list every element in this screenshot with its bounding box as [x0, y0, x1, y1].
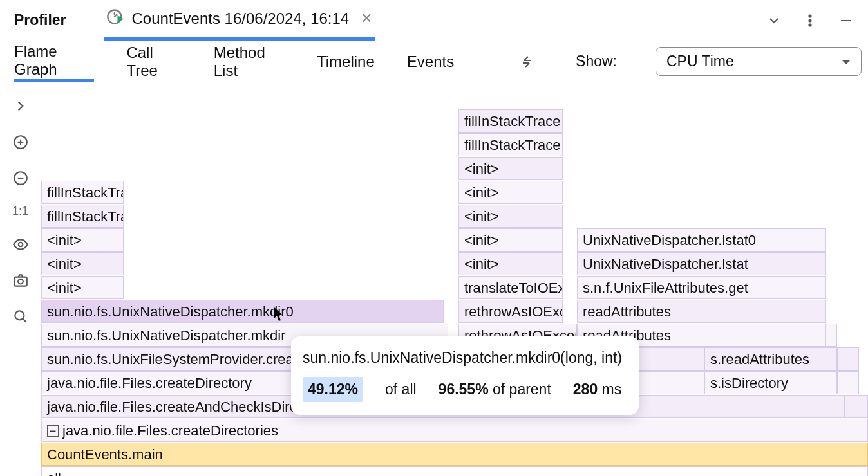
flame-frame[interactable]: translateToIOException [458, 276, 563, 299]
zoom-in-icon[interactable] [11, 133, 30, 152]
flame-frame-label: fillInStackTrace [464, 137, 561, 153]
flame-frame-label: s.n.f.UnixFileAttributes.get [583, 280, 748, 296]
flame-frame-label: s.isDirectory [710, 375, 788, 391]
svg-point-12 [18, 279, 23, 284]
flame-frame[interactable]: <init> [458, 205, 563, 228]
flame-frame-label: CountEvents.main [47, 446, 163, 462]
svg-line-14 [23, 318, 26, 322]
flame-frame-label: fillInStackTrace [464, 113, 561, 129]
show-select-value: CPU Time [666, 53, 734, 69]
tab-timeline[interactable]: Timeline [317, 41, 375, 82]
flame-frame[interactable]: <init> [41, 276, 124, 299]
tab-label: Flame Graph [14, 42, 94, 78]
flame-frame-label: <init> [47, 256, 82, 272]
flame-frame[interactable]: CountEvents.main [41, 443, 868, 466]
session-tab[interactable]: CountEvents 16/06/2024, 16:14 ✕ [104, 0, 375, 41]
flame-frame-label: <init> [464, 256, 499, 272]
flame-frame[interactable]: s.readAttributes [704, 347, 837, 371]
flame-frame-label: UnixNativeDispatcher.lstat0 [583, 232, 756, 248]
tab-label: Events [407, 53, 454, 71]
flame-frame-label: UnixNativeDispatcher.lstat [583, 256, 748, 272]
tab-flame-graph[interactable]: Flame Graph [14, 41, 94, 82]
flame-frame[interactable] [844, 395, 868, 418]
flame-frame-label: <init> [464, 161, 499, 177]
flame-frame-label: java.nio.file.Files.createDirectory [47, 375, 252, 391]
svg-point-2 [809, 19, 811, 21]
flame-frame[interactable]: fillInStackTrace [458, 109, 563, 133]
collapse-icon[interactable]: − [47, 425, 59, 437]
close-icon[interactable]: ✕ [361, 10, 372, 27]
flame-graph-area[interactable]: sun.nio.fs.UnixNativeDispatcher.mkdir0(l… [41, 82, 868, 476]
panel-title: Profiler [14, 12, 66, 29]
flame-frame-label: sun.nio.fs.UnixNativeDispatcher.mkdir0 [47, 304, 294, 320]
session-tab-label: CountEvents 16/06/2024, 16:14 [132, 10, 350, 28]
tab-label: Call Tree [126, 44, 181, 80]
cursor-icon [273, 307, 285, 322]
flame-frame[interactable]: fillInStackTrace [41, 181, 124, 204]
flame-frame-label: sun.nio.fs.UnixNativeDispatcher.mkdir [47, 327, 285, 343]
minimize-icon[interactable] [837, 12, 855, 30]
tooltip-time: 280 ms [573, 381, 621, 398]
tooltip-pct-parent: 96.55% of parent [439, 381, 551, 398]
flame-frame-label: <init> [464, 185, 499, 201]
flame-frame[interactable]: sun.nio.fs.UnixNativeDispatcher.mkdir0 [41, 300, 444, 323]
swap-icon[interactable] [518, 53, 534, 71]
flame-frame[interactable]: <init> [41, 252, 124, 275]
show-label: Show: [576, 53, 617, 70]
flame-frame-label: fillInStackTrace [47, 208, 124, 224]
flame-frame-label: readAttributes [583, 304, 671, 320]
tab-call-tree[interactable]: Call Tree [126, 41, 181, 82]
flame-frame-label: java.nio.file.Files.createAndCheckIsDire… [47, 399, 328, 415]
flame-frame-label: translateToIOException [464, 280, 563, 296]
flame-frame[interactable]: <init> [458, 228, 563, 252]
chevron-down-icon[interactable] [765, 12, 783, 30]
tooltip-title: sun.nio.fs.UnixNativeDispatcher.mkdir0(l… [303, 349, 622, 367]
chevron-right-icon[interactable] [11, 96, 30, 116]
tooltip-pct-all: 49.12% [303, 377, 363, 402]
more-vertical-icon[interactable] [801, 12, 819, 30]
flame-frame[interactable]: <init> [458, 157, 563, 180]
flame-frame[interactable]: UnixNativeDispatcher.lstat0 [577, 228, 826, 252]
flame-frame-label: rethrowAsIOException [464, 304, 563, 320]
flame-frame-label: <init> [464, 232, 499, 248]
camera-icon[interactable] [11, 271, 30, 290]
flame-frame-label: all [47, 470, 61, 476]
flame-frame-label: <init> [464, 208, 499, 224]
flame-frame-label: <init> [47, 280, 82, 296]
tab-label: Method List [214, 44, 285, 80]
zoom-reset-button[interactable]: 1:1 [12, 205, 28, 218]
flame-frame[interactable]: all [41, 466, 868, 476]
flame-frame[interactable]: s.n.f.UnixFileAttributes.get [577, 276, 826, 299]
flame-frame-label: java.nio.file.Files.createDirectories [62, 423, 278, 439]
flame-frame[interactable] [826, 324, 837, 347]
flame-frame[interactable] [837, 371, 859, 394]
flame-frame[interactable]: <init> [41, 228, 124, 252]
eye-icon[interactable] [11, 235, 30, 254]
flame-frame[interactable]: rethrowAsIOException [458, 300, 563, 323]
svg-point-13 [15, 311, 24, 320]
flame-frame[interactable]: fillInStackTrace [458, 133, 563, 156]
tab-label: Timeline [317, 53, 375, 71]
flame-frame[interactable]: −java.nio.file.Files.createDirectories [41, 419, 868, 442]
flame-frame[interactable]: fillInStackTrace [41, 205, 124, 228]
flame-frame-label: fillInStackTrace [47, 185, 124, 201]
frame-tooltip: sun.nio.fs.UnixNativeDispatcher.mkdir0(l… [291, 336, 639, 415]
flame-frame[interactable]: <init> [458, 181, 563, 204]
flame-frame-label: s.readAttributes [710, 351, 809, 367]
flame-frame-label: <init> [47, 232, 82, 248]
run-profile-icon [106, 8, 124, 30]
zoom-out-icon[interactable] [11, 169, 30, 188]
svg-point-1 [809, 15, 811, 17]
show-select[interactable]: CPU Time [656, 47, 862, 76]
flame-frame[interactable]: readAttributes [577, 300, 826, 323]
svg-point-10 [18, 243, 23, 247]
flame-frame[interactable]: <init> [458, 252, 563, 275]
tab-method-list[interactable]: Method List [214, 41, 285, 82]
flame-frame[interactable] [837, 347, 859, 371]
search-icon[interactable] [11, 307, 30, 326]
svg-rect-11 [14, 277, 27, 286]
flame-frame[interactable]: s.isDirectory [704, 371, 837, 394]
flame-frame[interactable]: UnixNativeDispatcher.lstat [577, 252, 826, 275]
svg-point-3 [809, 24, 811, 26]
tab-events[interactable]: Events [407, 41, 454, 82]
